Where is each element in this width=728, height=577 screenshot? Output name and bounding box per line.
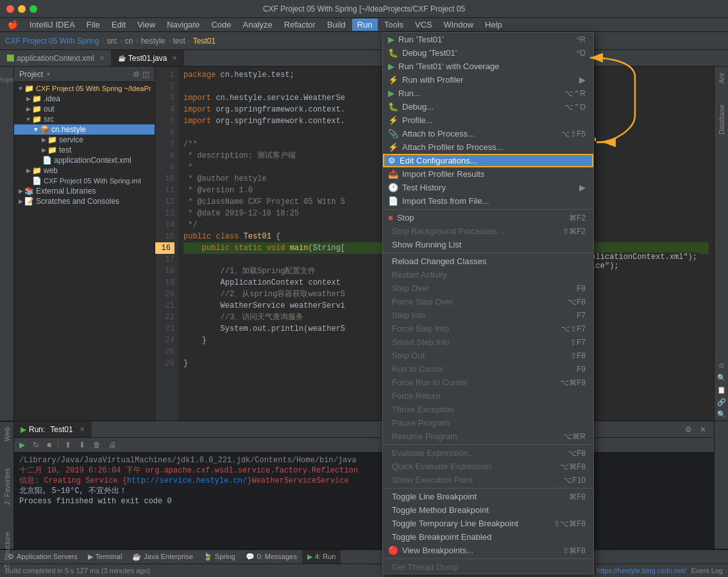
menu-attach-profiler[interactable]: ⚡ Attach Profiler to Process... xyxy=(383,140,593,154)
spring-button[interactable]: 🍃 Spring xyxy=(198,550,241,564)
menu-debug-test01[interactable]: 🐛 Debug 'Test01' ^D xyxy=(383,46,593,60)
menu-step-over[interactable]: Step Over F8 xyxy=(383,281,593,295)
terminal-button[interactable]: ▶ Terminal xyxy=(83,550,128,564)
right-icon-1[interactable]: ⚙ xyxy=(718,362,725,370)
menu-navigate[interactable]: Navigate xyxy=(162,19,205,31)
menu-thread-dump[interactable]: Get Thread Dump xyxy=(383,560,593,574)
menu-run-profiler[interactable]: ⚡ Run with Profiler ▶ xyxy=(383,73,593,87)
scroll-down-button[interactable]: ⬇ xyxy=(76,439,88,451)
project-collapse-icon[interactable]: ◫ xyxy=(142,70,149,79)
menu-refactor[interactable]: Refactor xyxy=(279,19,321,31)
menu-vcs[interactable]: VCS xyxy=(410,19,437,31)
menu-profile[interactable]: ⚡ Profile... xyxy=(383,113,593,127)
right-icon-4[interactable]: 🔗 xyxy=(717,398,726,406)
ant-tab[interactable]: Ant xyxy=(716,69,727,88)
menu-toggle-line-bp[interactable]: Toggle Line Breakpoint ⌘F8 xyxy=(383,490,593,503)
menu-view-breakpoints[interactable]: 🔴 View Breakpoints... ⇧⌘F8 xyxy=(383,544,593,557)
print-button[interactable]: 🖨 xyxy=(106,439,119,451)
menu-toggle-method-bp[interactable]: Toggle Method Breakpoint xyxy=(383,503,593,517)
console-close[interactable]: ✕ xyxy=(697,424,709,435)
tab-close-test01[interactable]: ✕ xyxy=(172,54,177,62)
right-icon-3[interactable]: 📋 xyxy=(717,386,726,394)
menu-debug-any[interactable]: 🐛 Debug... ⌥⌃D xyxy=(383,100,593,113)
menu-run-coverage[interactable]: ▶ Run 'Test01' with Coverage xyxy=(383,60,593,73)
menu-force-run-cursor[interactable]: Force Run to Cursor ⌥⌘F9 xyxy=(383,376,593,389)
breadcrumb-test[interactable]: test xyxy=(173,37,185,46)
menu-run[interactable]: Run xyxy=(352,19,378,31)
favorites-tab-vert[interactable]: 2: Favorites xyxy=(2,465,12,507)
structure-tab-vert[interactable]: 7: Structure xyxy=(2,530,12,571)
menu-pause[interactable]: Pause Program xyxy=(383,416,593,430)
menu-attach-process[interactable]: 📎 Attach to Process... ⌥⇧F5 xyxy=(383,127,593,140)
tree-item-src[interactable]: ▼ 📁 src xyxy=(14,114,155,124)
menu-show-running[interactable]: Show Running List xyxy=(383,238,593,251)
scroll-up-button[interactable]: ⬆ xyxy=(62,439,74,451)
menu-step-out[interactable]: Step Out ⇧F8 xyxy=(383,349,593,362)
menu-import-profiler[interactable]: 📥 Import Profiler Results xyxy=(383,167,593,181)
menu-run-to-cursor[interactable]: Run to Cursor F9 xyxy=(383,362,593,376)
java-enterprise-button[interactable]: ☕ Java Enterprise xyxy=(127,550,198,564)
tree-item-appcontext[interactable]: ▶ 📄 applicationContext.xml xyxy=(14,155,155,165)
tree-item-service[interactable]: ▶ 📁 service xyxy=(14,135,155,145)
tree-item-cnhestyle[interactable]: ▼ 📦 cn.hestyle xyxy=(14,124,155,135)
database-tab[interactable]: Database xyxy=(716,101,727,138)
minimize-button[interactable] xyxy=(18,5,26,13)
tree-item-iml[interactable]: ▶ 📄 CXF Project 05 With Spring.iml xyxy=(14,176,155,186)
breadcrumb-cn[interactable]: cn xyxy=(125,37,133,46)
menu-step-into[interactable]: Step Into F7 xyxy=(383,308,593,322)
status-url[interactable]: https://hestyle.blog.csdn.net/ xyxy=(597,567,686,574)
menu-edit[interactable]: Edit xyxy=(106,19,131,31)
breadcrumb-hestyle[interactable]: hestyle xyxy=(140,37,165,46)
right-icon-5[interactable]: 🔍 xyxy=(717,410,726,419)
menu-intellij[interactable]: IntelliJ IDEA xyxy=(24,19,80,31)
menu-import-tests[interactable]: 📄 Import Tests from File... xyxy=(383,194,593,208)
tab-test01[interactable]: ☕ Test01.java ✕ xyxy=(112,50,185,66)
breadcrumb-src[interactable]: src xyxy=(107,37,117,46)
menu-force-step-into[interactable]: Force Step Into ⌥⇧F7 xyxy=(383,322,593,335)
messages-button[interactable]: 💬 0: Messages xyxy=(241,550,302,564)
menu-toggle-temp-bp[interactable]: Toggle Temporary Line Breakpoint ⇧⌥⌘F8 xyxy=(383,517,593,530)
tree-item-out[interactable]: ▶ 📁 out xyxy=(14,104,155,114)
rerun-button[interactable]: ↻ xyxy=(30,439,42,451)
menu-restart-activity[interactable]: Restart Activity xyxy=(383,268,593,281)
menu-force-step-over[interactable]: Force Step Over ⌥F8 xyxy=(383,295,593,308)
menu-resume[interactable]: Resume Program ⌥⌘R xyxy=(383,430,593,443)
tree-item-extlibs[interactable]: ▶ 📚 External Libraries xyxy=(14,186,155,196)
app-servers-button[interactable]: ⚙ Application Servers xyxy=(3,550,83,564)
menu-view[interactable]: View xyxy=(132,19,160,31)
tree-item-web[interactable]: ▶ 📁 web xyxy=(14,165,155,176)
tree-item-idea[interactable]: ▶ 📁 .idea xyxy=(14,94,155,104)
menu-show-execution[interactable]: Show Execution Point ⌥F10 xyxy=(383,473,593,487)
event-log[interactable]: Event Log xyxy=(691,567,723,574)
tree-item-test[interactable]: ▶ 📁 test xyxy=(14,145,155,155)
menu-analyze[interactable]: Analyze xyxy=(238,19,278,31)
breadcrumb-project[interactable]: CXF Project 05 With Spring xyxy=(5,37,99,46)
menu-reload-classes[interactable]: Reload Changed Classes xyxy=(383,255,593,268)
menu-run-any[interactable]: ▶ Run... ⌥⌃R xyxy=(383,87,593,100)
tab-close-applicationcontext[interactable]: ✕ xyxy=(99,54,105,62)
menu-test-history[interactable]: 🕐 Test History ▶ xyxy=(383,181,593,194)
menu-build[interactable]: Build xyxy=(322,19,351,31)
project-settings-icon[interactable]: ⚙ xyxy=(133,70,140,79)
menu-tools[interactable]: Tools xyxy=(379,19,409,31)
web-tab-vert[interactable]: Web xyxy=(2,424,12,444)
run-window-button[interactable]: ▶ 4: Run xyxy=(302,550,341,564)
right-icon-2[interactable]: 🔍 xyxy=(717,374,726,382)
menu-stop[interactable]: ■ Stop ⌘F2 xyxy=(383,211,593,224)
tab-applicationcontext[interactable]: 🟩 applicationContext.xml ✕ xyxy=(0,50,112,66)
menu-quick-evaluate[interactable]: Quick Evaluate Expression ⌥⌘F8 xyxy=(383,460,593,473)
menu-edit-configurations[interactable]: ⚙ Edit Configurations... xyxy=(383,154,593,167)
service-link[interactable]: http://service.hestyle.cn/ xyxy=(127,476,247,486)
menu-file[interactable]: File xyxy=(81,19,105,31)
menu-window[interactable]: Window xyxy=(439,19,478,31)
console-settings[interactable]: ⚙ xyxy=(682,424,695,435)
menu-apple[interactable]: 🍎 xyxy=(3,19,23,31)
menu-run-test01[interactable]: ▶ Run 'Test01' ^R xyxy=(383,33,593,46)
menu-help[interactable]: Help xyxy=(480,19,507,31)
clear-button[interactable]: 🗑 xyxy=(90,439,103,451)
stop-button[interactable]: ■ xyxy=(44,439,54,451)
menu-evaluate[interactable]: Evaluate Expression... ⌥F8 xyxy=(383,446,593,460)
tree-item-scratches[interactable]: ▶ 📝 Scratches and Consoles xyxy=(14,196,155,206)
menu-code[interactable]: Code xyxy=(206,19,236,31)
close-button[interactable] xyxy=(6,5,14,13)
